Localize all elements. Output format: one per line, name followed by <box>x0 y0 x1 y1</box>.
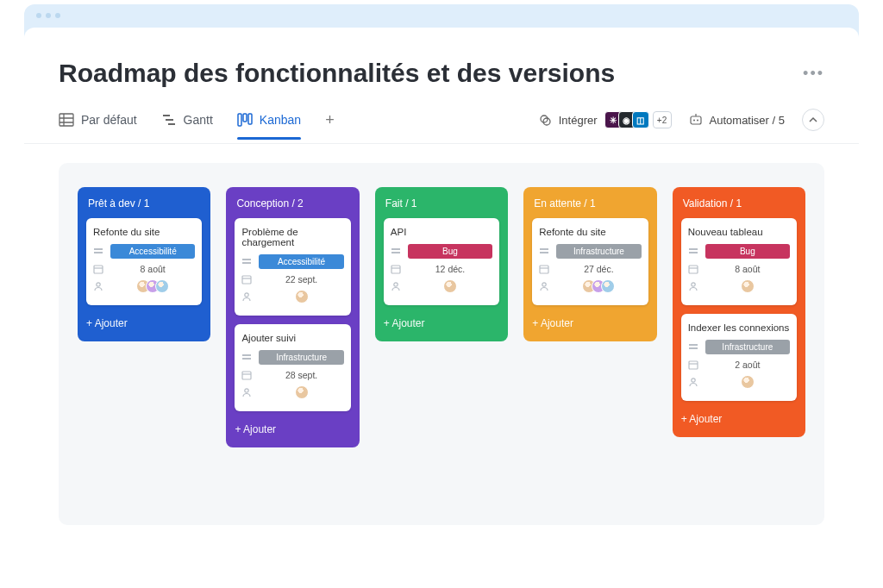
card-date: 8 août <box>110 264 195 274</box>
svg-rect-8 <box>243 114 247 122</box>
kanban-card[interactable]: Problème de chargement Accessibilité 22 … <box>235 218 350 316</box>
calendar-icon <box>688 264 698 274</box>
browser-frame: Roadmap des fonctionnalités et des versi… <box>24 4 859 556</box>
card-tag: Bug <box>705 244 790 259</box>
add-card-button[interactable]: + Ajouter <box>235 420 350 435</box>
add-card-button[interactable]: + Ajouter <box>532 314 648 329</box>
svg-rect-31 <box>391 248 400 250</box>
kanban-card[interactable]: Refonte du site Infrastructure 27 déc. <box>532 218 648 305</box>
card-assignees <box>259 290 343 303</box>
card-title: Ajouter suivi <box>241 333 343 343</box>
svg-point-30 <box>245 389 248 392</box>
kanban-column: Conception / 2 Problème de chargement Ac… <box>226 187 359 447</box>
user-icon <box>539 281 549 291</box>
integrate-label: Intégrer <box>559 114 598 127</box>
card-date: 27 déc. <box>556 264 641 274</box>
integration-chip: ◫ <box>632 111 649 128</box>
kanban-board: Prêt à dev / 1 Refonte du site Accessibi… <box>59 163 824 525</box>
tab-default[interactable]: Par défaut <box>59 113 137 139</box>
view-tabs: Par défaut Gantt Kanban + <box>59 111 538 141</box>
integration-icons: ✳ ◉ ◫ +2 <box>604 111 672 128</box>
add-card-button[interactable]: + Ajouter <box>681 410 797 425</box>
card-assignees <box>259 385 343 399</box>
card-title: API <box>391 227 492 237</box>
card-date: 12 déc. <box>408 264 492 274</box>
svg-point-50 <box>691 378 694 382</box>
kanban-card[interactable]: Indexer les connexions Infrastructure 2 … <box>681 314 797 401</box>
collapse-button[interactable] <box>802 109 824 131</box>
page-title: Roadmap des fonctionnalités et des versi… <box>59 59 615 88</box>
svg-rect-38 <box>540 266 548 273</box>
more-menu-icon[interactable]: ••• <box>803 65 824 83</box>
svg-rect-48 <box>689 361 698 369</box>
kanban-column: Fait / 1 API Bug 12 déc. + Ajouter <box>375 187 508 341</box>
calendar-icon <box>93 264 103 274</box>
svg-rect-23 <box>242 276 251 284</box>
column-title: Prêt à dev / 1 <box>86 197 202 210</box>
card-assignees <box>705 279 790 293</box>
svg-rect-37 <box>540 252 548 253</box>
card-tag: Infrastructure <box>705 340 790 354</box>
svg-rect-32 <box>391 252 400 253</box>
list-icon <box>688 342 698 353</box>
svg-rect-16 <box>94 248 103 250</box>
column-title: Validation / 1 <box>681 197 797 210</box>
tab-label: Gantt <box>184 113 213 127</box>
gantt-icon <box>161 113 177 127</box>
add-card-button[interactable]: + Ajouter <box>384 314 499 329</box>
svg-rect-17 <box>94 252 103 253</box>
svg-rect-36 <box>540 248 548 250</box>
right-tools: Intégrer ✳ ◉ ◫ +2 Automatiser / 5 <box>538 109 824 143</box>
svg-rect-26 <box>242 354 251 356</box>
tab-kanban[interactable]: Kanban <box>237 113 301 139</box>
svg-rect-7 <box>238 114 241 126</box>
card-title: Refonte du site <box>93 227 195 237</box>
svg-point-25 <box>245 293 248 297</box>
list-icon <box>688 247 698 257</box>
card-tag: Infrastructure <box>556 244 641 259</box>
header: Roadmap des fonctionnalités et des versi… <box>24 28 859 97</box>
card-title: Problème de chargement <box>241 227 343 247</box>
svg-point-14 <box>697 120 698 122</box>
avatar <box>601 279 615 293</box>
svg-rect-0 <box>59 114 73 126</box>
add-card-button[interactable]: + Ajouter <box>86 314 202 329</box>
avatar <box>741 375 755 389</box>
svg-rect-9 <box>248 114 252 124</box>
integrate-icon <box>538 113 552 127</box>
list-icon <box>241 257 252 267</box>
tab-gantt[interactable]: Gantt <box>161 113 213 139</box>
calendar-icon <box>241 274 252 285</box>
avatar <box>741 279 755 293</box>
integrate-tool[interactable]: Intégrer ✳ ◉ ◫ +2 <box>538 111 672 128</box>
calendar-icon <box>688 360 698 370</box>
card-date: 22 sept. <box>259 274 343 285</box>
kanban-card[interactable]: Refonte du site Accessibilité 8 août <box>86 218 202 305</box>
list-icon <box>391 247 401 257</box>
card-title: Refonte du site <box>539 227 641 237</box>
svg-rect-27 <box>242 358 251 360</box>
svg-rect-22 <box>242 262 251 264</box>
integration-more[interactable]: +2 <box>653 111 672 128</box>
svg-rect-21 <box>242 259 251 260</box>
add-view-button[interactable]: + <box>325 111 335 141</box>
user-icon <box>93 281 103 291</box>
card-title: Indexer les connexions <box>688 322 790 333</box>
svg-rect-41 <box>689 248 698 250</box>
card-tag: Accessibilité <box>259 254 343 269</box>
card-assignees <box>110 279 195 293</box>
kanban-card[interactable]: Ajouter suivi Infrastructure 28 sept. <box>235 324 350 411</box>
svg-point-40 <box>542 283 546 286</box>
automate-tool[interactable]: Automatiser / 5 <box>689 114 785 127</box>
kanban-card[interactable]: API Bug 12 déc. <box>384 218 499 305</box>
app-window: Roadmap des fonctionnalités et des versi… <box>24 28 859 556</box>
column-title: Fait / 1 <box>384 197 499 210</box>
tab-label: Par défaut <box>81 113 137 127</box>
card-tag: Accessibilité <box>110 244 195 259</box>
list-icon <box>93 247 103 257</box>
kanban-card[interactable]: Nouveau tableau Bug 8 août <box>681 218 797 305</box>
svg-rect-28 <box>242 372 251 379</box>
chevron-up-icon <box>809 116 817 124</box>
svg-point-35 <box>394 283 398 286</box>
list-icon <box>539 247 549 257</box>
